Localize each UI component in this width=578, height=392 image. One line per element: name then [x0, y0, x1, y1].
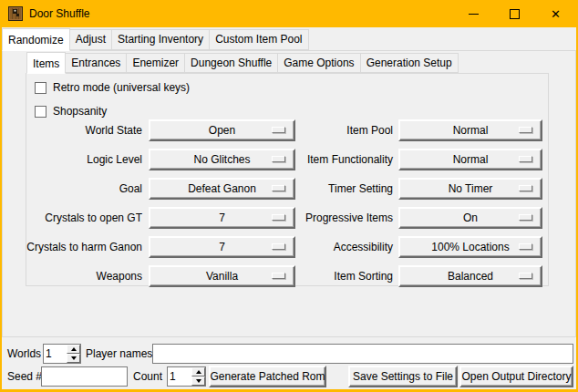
dropdown-indicator-icon — [519, 185, 532, 191]
worlds-spinner-arrows — [67, 345, 80, 363]
item-sorting-label: Item Sorting — [334, 265, 393, 287]
window-title: Door Shuffle — [29, 7, 90, 20]
app-window: Door Shuffle ✕ Randomize Adjust Starting… — [0, 0, 578, 392]
shopsanity-label: Shopsanity — [53, 105, 107, 118]
dropdown-indicator-icon — [519, 243, 532, 250]
logic-level-dropdown[interactable]: No Glitches — [149, 149, 295, 170]
seed-input[interactable] — [41, 366, 128, 387]
worlds-spinner[interactable] — [43, 344, 81, 364]
count-spinner-arrows — [191, 367, 205, 386]
item-pool-dropdown[interactable]: Normal — [398, 119, 542, 141]
item-functionality-label: Item Functionality — [307, 149, 393, 170]
crystals-harm-ganon-label: Crystals to harm Ganon — [26, 236, 142, 258]
open-output-directory-button[interactable]: Open Output Directory — [459, 366, 573, 387]
subtab-dungeon-shuffle[interactable]: Dungeon Shuffle — [184, 53, 278, 73]
dropdown-indicator-icon — [272, 127, 285, 133]
window-controls: ✕ — [453, 0, 576, 27]
generate-patched-rom-button[interactable]: Generate Patched Rom — [209, 366, 326, 387]
dropdown-indicator-icon — [272, 185, 285, 191]
triangle-down-icon — [71, 356, 77, 360]
logic-level-label: Logic Level — [87, 149, 142, 170]
count-spinner[interactable] — [167, 366, 206, 387]
subtab-game-options[interactable]: Game Options — [277, 53, 360, 73]
close-icon: ✕ — [551, 8, 561, 20]
maximize-button[interactable] — [494, 0, 535, 27]
dropdown-indicator-icon — [272, 243, 285, 250]
triangle-up-icon — [196, 370, 201, 374]
accessibility-label: Accessibility — [334, 236, 393, 258]
crystals-open-gt-dropdown[interactable]: 7 — [149, 207, 295, 229]
item-pool-label: Item Pool — [346, 119, 393, 141]
tab-starting-inventory[interactable]: Starting Inventory — [111, 29, 210, 50]
dropdown-indicator-icon — [519, 273, 532, 279]
spin-down-button[interactable] — [67, 354, 80, 363]
world-state-dropdown[interactable]: Open — [149, 119, 295, 141]
maximize-icon — [510, 9, 520, 19]
progressive-items-label: Progressive Items — [305, 207, 393, 229]
close-button[interactable]: ✕ — [535, 0, 576, 27]
dropdown-indicator-icon — [272, 214, 285, 221]
settings-tab-bar: Items Entrances Enemizer Dungeon Shuffle… — [26, 53, 458, 73]
count-label: Count — [133, 366, 162, 387]
subtab-enemizer[interactable]: Enemizer — [126, 53, 185, 73]
app-door-icon — [8, 6, 23, 21]
tab-adjust[interactable]: Adjust — [69, 29, 112, 50]
weapons-dropdown[interactable]: Vanilla — [149, 265, 295, 287]
retro-mode-checkbox[interactable]: Retro mode (universal keys) — [35, 80, 190, 95]
main-tab-bar: Randomize Adjust Starting Inventory Cust… — [2, 29, 308, 50]
items-tab-pane: Retro mode (universal keys) Shopsanity W… — [26, 73, 549, 286]
shopsanity-checkbox[interactable]: Shopsanity — [35, 104, 107, 119]
crystals-open-gt-label: Crystals to open GT — [45, 207, 142, 229]
world-state-label: World State — [86, 119, 142, 141]
item-sorting-dropdown[interactable]: Balanced — [398, 265, 542, 287]
player-names-label: Player names — [86, 344, 152, 364]
worlds-label: Worlds — [7, 344, 41, 364]
dropdown-indicator-icon — [272, 273, 285, 279]
triangle-up-icon — [71, 347, 77, 351]
bottom-control-bar: Worlds Player names Seed # Count Generat… — [2, 337, 576, 389]
subtab-entrances[interactable]: Entrances — [65, 53, 127, 73]
seed-label: Seed # — [7, 366, 42, 387]
subtab-generation-setup[interactable]: Generation Setup — [360, 53, 459, 73]
dropdown-indicator-icon — [519, 156, 532, 162]
timer-setting-dropdown[interactable]: No Timer — [398, 178, 542, 200]
weapons-label: Weapons — [97, 265, 142, 287]
progressive-items-dropdown[interactable]: On — [398, 207, 542, 229]
triangle-down-icon — [196, 379, 201, 383]
save-settings-button[interactable]: Save Settings to File — [348, 366, 458, 387]
spin-up-button[interactable] — [67, 345, 80, 354]
checkbox-box[interactable] — [35, 82, 46, 94]
count-input[interactable] — [168, 367, 191, 386]
subtab-items[interactable]: Items — [26, 52, 66, 74]
dropdown-indicator-icon — [519, 127, 532, 133]
goal-dropdown[interactable]: Defeat Ganon — [149, 178, 295, 200]
player-names-input[interactable] — [152, 344, 573, 364]
title-bar: Door Shuffle ✕ — [2, 0, 576, 27]
minimize-icon — [469, 14, 479, 15]
worlds-input[interactable] — [44, 345, 67, 363]
dropdown-indicator-icon — [272, 156, 285, 162]
retro-mode-label: Retro mode (universal keys) — [53, 81, 190, 94]
minimize-button[interactable] — [453, 0, 494, 27]
timer-setting-label: Timer Setting — [328, 178, 393, 200]
accessibility-dropdown[interactable]: 100% Locations — [398, 236, 542, 258]
tab-randomize[interactable]: Randomize — [2, 28, 70, 51]
crystals-harm-ganon-dropdown[interactable]: 7 — [149, 236, 295, 258]
spin-down-button[interactable] — [191, 377, 205, 386]
randomize-tab-pane: Items Entrances Enemizer Dungeon Shuffle… — [2, 50, 576, 337]
checkbox-box[interactable] — [35, 106, 46, 118]
spin-up-button[interactable] — [191, 367, 205, 377]
dropdown-indicator-icon — [519, 214, 532, 221]
item-functionality-dropdown[interactable]: Normal — [398, 149, 542, 170]
tab-custom-item-pool[interactable]: Custom Item Pool — [209, 29, 308, 50]
goal-label: Goal — [119, 178, 142, 200]
